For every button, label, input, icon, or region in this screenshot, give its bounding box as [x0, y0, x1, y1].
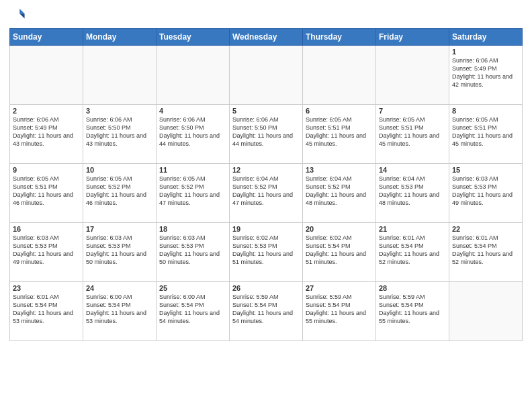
- day-number: 12: [232, 166, 300, 174]
- day-number: 23: [13, 284, 80, 292]
- day-number: 15: [452, 166, 519, 174]
- calendar-cell: [376, 46, 449, 105]
- day-number: 19: [232, 225, 300, 233]
- calendar-cell: 5Sunrise: 6:06 AMSunset: 5:50 PMDaylight…: [230, 105, 303, 164]
- calendar-cell: 22Sunrise: 6:01 AMSunset: 5:54 PMDayligh…: [449, 223, 523, 282]
- calendar-cell: 20Sunrise: 6:02 AMSunset: 5:54 PMDayligh…: [303, 223, 376, 282]
- calendar-cell: 27Sunrise: 5:59 AMSunset: 5:54 PMDayligh…: [303, 282, 376, 341]
- calendar-cell: 16Sunrise: 6:03 AMSunset: 5:53 PMDayligh…: [10, 223, 83, 282]
- svg-marker-0: [19, 9, 24, 13]
- calendar-body: 1Sunrise: 6:06 AMSunset: 5:49 PMDaylight…: [10, 46, 523, 341]
- day-number: 20: [306, 225, 373, 233]
- day-info: Sunrise: 5:59 AMSunset: 5:54 PMDaylight:…: [232, 293, 300, 326]
- svg-marker-1: [19, 13, 24, 18]
- calendar-cell: 26Sunrise: 5:59 AMSunset: 5:54 PMDayligh…: [230, 282, 303, 341]
- day-number: 11: [159, 166, 226, 174]
- day-number: 16: [13, 225, 80, 233]
- day-number: 18: [159, 225, 226, 233]
- day-info: Sunrise: 5:59 AMSunset: 5:54 PMDaylight:…: [379, 293, 446, 326]
- calendar-cell: 19Sunrise: 6:02 AMSunset: 5:53 PMDayligh…: [230, 223, 303, 282]
- calendar-cell: 7Sunrise: 6:05 AMSunset: 5:51 PMDaylight…: [376, 105, 449, 164]
- weekday-tuesday: Tuesday: [157, 29, 230, 46]
- day-number: 28: [379, 284, 446, 292]
- day-info: Sunrise: 6:05 AMSunset: 5:51 PMDaylight:…: [452, 116, 519, 148]
- calendar-cell: [10, 46, 83, 105]
- day-number: 1: [452, 48, 519, 56]
- day-info: Sunrise: 6:05 AMSunset: 5:52 PMDaylight:…: [159, 175, 226, 208]
- calendar-cell: [230, 46, 303, 105]
- day-info: Sunrise: 6:03 AMSunset: 5:53 PMDaylight:…: [159, 234, 226, 267]
- calendar-cell: 13Sunrise: 6:04 AMSunset: 5:52 PMDayligh…: [303, 164, 376, 223]
- calendar-cell: [83, 46, 157, 105]
- day-info: Sunrise: 6:06 AMSunset: 5:50 PMDaylight:…: [86, 116, 153, 148]
- day-info: Sunrise: 6:05 AMSunset: 5:51 PMDaylight:…: [379, 116, 446, 148]
- header: [9, 7, 523, 24]
- weekday-thursday: Thursday: [303, 29, 376, 46]
- calendar-cell: [303, 46, 376, 105]
- calendar-cell: 23Sunrise: 6:01 AMSunset: 5:54 PMDayligh…: [10, 282, 83, 341]
- day-number: 24: [86, 284, 153, 292]
- day-number: 6: [306, 107, 373, 115]
- weekday-sunday: Sunday: [10, 29, 83, 46]
- day-info: Sunrise: 6:01 AMSunset: 5:54 PMDaylight:…: [13, 293, 80, 326]
- day-number: 25: [159, 284, 226, 292]
- calendar-cell: [449, 282, 523, 341]
- day-number: 5: [232, 107, 300, 115]
- calendar: SundayMondayTuesdayWednesdayThursdayFrid…: [9, 28, 523, 341]
- calendar-cell: 8Sunrise: 6:05 AMSunset: 5:51 PMDaylight…: [449, 105, 523, 164]
- calendar-cell: 11Sunrise: 6:05 AMSunset: 5:52 PMDayligh…: [157, 164, 230, 223]
- day-info: Sunrise: 6:03 AMSunset: 5:53 PMDaylight:…: [13, 234, 80, 267]
- day-number: 17: [86, 225, 153, 233]
- calendar-cell: 10Sunrise: 6:05 AMSunset: 5:52 PMDayligh…: [83, 164, 157, 223]
- calendar-cell: 3Sunrise: 6:06 AMSunset: 5:50 PMDaylight…: [83, 105, 157, 164]
- day-info: Sunrise: 6:04 AMSunset: 5:52 PMDaylight:…: [306, 175, 373, 208]
- calendar-cell: 17Sunrise: 6:03 AMSunset: 5:53 PMDayligh…: [83, 223, 157, 282]
- day-number: 13: [306, 166, 373, 174]
- week-row-1: 2Sunrise: 6:06 AMSunset: 5:49 PMDaylight…: [10, 105, 523, 164]
- day-info: Sunrise: 6:05 AMSunset: 5:52 PMDaylight:…: [86, 175, 153, 208]
- day-info: Sunrise: 6:06 AMSunset: 5:50 PMDaylight:…: [232, 116, 300, 148]
- day-number: 22: [452, 225, 519, 233]
- day-number: 27: [306, 284, 373, 292]
- calendar-cell: 4Sunrise: 6:06 AMSunset: 5:50 PMDaylight…: [157, 105, 230, 164]
- calendar-cell: 1Sunrise: 6:06 AMSunset: 5:49 PMDaylight…: [449, 46, 523, 105]
- day-number: 21: [379, 225, 446, 233]
- week-row-0: 1Sunrise: 6:06 AMSunset: 5:49 PMDaylight…: [10, 46, 523, 105]
- calendar-cell: 25Sunrise: 6:00 AMSunset: 5:54 PMDayligh…: [157, 282, 230, 341]
- day-info: Sunrise: 6:00 AMSunset: 5:54 PMDaylight:…: [159, 293, 226, 326]
- calendar-cell: 24Sunrise: 6:00 AMSunset: 5:54 PMDayligh…: [83, 282, 157, 341]
- day-number: 10: [86, 166, 153, 174]
- day-info: Sunrise: 6:03 AMSunset: 5:53 PMDaylight:…: [452, 175, 519, 208]
- day-info: Sunrise: 6:01 AMSunset: 5:54 PMDaylight:…: [452, 234, 519, 267]
- day-info: Sunrise: 6:04 AMSunset: 5:52 PMDaylight:…: [232, 175, 300, 208]
- day-number: 7: [379, 107, 446, 115]
- logo: [9, 7, 26, 24]
- logo-icon: [11, 7, 26, 21]
- calendar-cell: 28Sunrise: 5:59 AMSunset: 5:54 PMDayligh…: [376, 282, 449, 341]
- day-info: Sunrise: 6:03 AMSunset: 5:53 PMDaylight:…: [86, 234, 153, 267]
- day-info: Sunrise: 6:06 AMSunset: 5:49 PMDaylight:…: [452, 56, 519, 89]
- day-info: Sunrise: 6:05 AMSunset: 5:51 PMDaylight:…: [13, 175, 80, 208]
- weekday-monday: Monday: [83, 29, 157, 46]
- day-info: Sunrise: 6:05 AMSunset: 5:51 PMDaylight:…: [306, 116, 373, 148]
- day-number: 8: [452, 107, 519, 115]
- calendar-cell: 12Sunrise: 6:04 AMSunset: 5:52 PMDayligh…: [230, 164, 303, 223]
- day-number: 9: [13, 166, 80, 174]
- day-info: Sunrise: 5:59 AMSunset: 5:54 PMDaylight:…: [306, 293, 373, 326]
- day-info: Sunrise: 6:06 AMSunset: 5:50 PMDaylight:…: [159, 116, 226, 148]
- calendar-cell: 6Sunrise: 6:05 AMSunset: 5:51 PMDaylight…: [303, 105, 376, 164]
- weekday-wednesday: Wednesday: [230, 29, 303, 46]
- weekday-header: SundayMondayTuesdayWednesdayThursdayFrid…: [10, 29, 523, 46]
- calendar-cell: 14Sunrise: 6:04 AMSunset: 5:53 PMDayligh…: [376, 164, 449, 223]
- day-info: Sunrise: 6:04 AMSunset: 5:53 PMDaylight:…: [379, 175, 446, 208]
- page: SundayMondayTuesdayWednesdayThursdayFrid…: [0, 0, 532, 411]
- calendar-cell: 15Sunrise: 6:03 AMSunset: 5:53 PMDayligh…: [449, 164, 523, 223]
- calendar-cell: 18Sunrise: 6:03 AMSunset: 5:53 PMDayligh…: [157, 223, 230, 282]
- calendar-cell: 2Sunrise: 6:06 AMSunset: 5:49 PMDaylight…: [10, 105, 83, 164]
- calendar-cell: 21Sunrise: 6:01 AMSunset: 5:54 PMDayligh…: [376, 223, 449, 282]
- day-info: Sunrise: 6:00 AMSunset: 5:54 PMDaylight:…: [86, 293, 153, 326]
- day-number: 4: [159, 107, 226, 115]
- day-number: 2: [13, 107, 80, 115]
- day-info: Sunrise: 6:06 AMSunset: 5:49 PMDaylight:…: [13, 116, 80, 148]
- day-info: Sunrise: 6:02 AMSunset: 5:53 PMDaylight:…: [232, 234, 300, 267]
